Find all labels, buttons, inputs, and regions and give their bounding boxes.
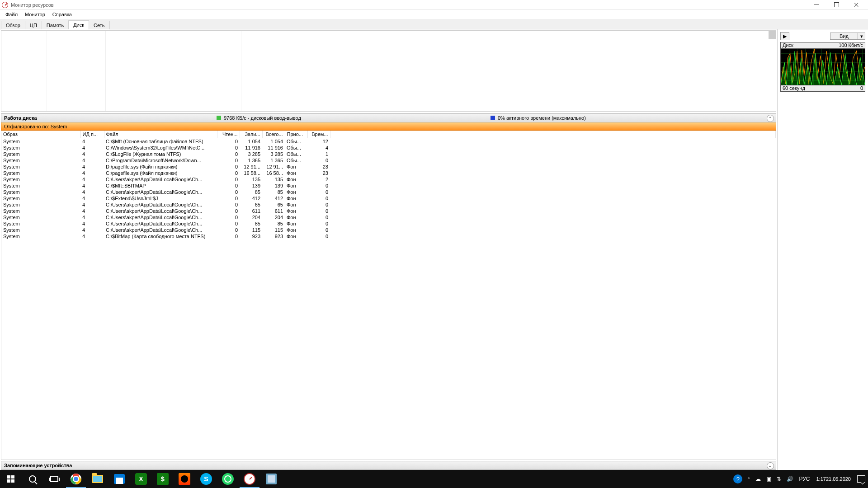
- view-dropdown-button[interactable]: ▾: [858, 33, 865, 40]
- scrollbar-thumb[interactable]: [769, 31, 776, 39]
- taskbar-app-aida[interactable]: [174, 470, 195, 488]
- cell-write: 3 285: [240, 151, 262, 157]
- menu-help[interactable]: Справка: [49, 11, 75, 18]
- taskbar-app-xbox[interactable]: X: [130, 470, 152, 488]
- cell-time: 0: [307, 157, 330, 164]
- menu-monitor[interactable]: Монитор: [21, 11, 49, 18]
- expand-pane-button[interactable]: ▶: [780, 32, 789, 40]
- volume-icon[interactable]: 🔊: [784, 470, 796, 488]
- tray-overflow-button[interactable]: ˄: [745, 470, 753, 488]
- cell-prio: Обы...: [285, 151, 307, 157]
- cell-image: System: [1, 164, 80, 170]
- tab-memory[interactable]: Память: [42, 21, 69, 29]
- action-center-button[interactable]: [854, 470, 868, 488]
- search-button[interactable]: [22, 470, 43, 488]
- table-row[interactable]: System4C:\Users\akper\AppData\Local\Goog…: [1, 221, 776, 227]
- cell-total: 139: [262, 183, 285, 189]
- cell-write: 1 365: [240, 157, 262, 164]
- taskbar-app-money[interactable]: $: [152, 470, 174, 488]
- col-read[interactable]: Чтен...: [217, 131, 240, 138]
- cell-pid: 4: [80, 176, 104, 183]
- table-row[interactable]: System4C:\$LogFile (Журнал тома NTFS)03 …: [1, 151, 776, 157]
- taskbar-app-regedit[interactable]: [260, 470, 282, 488]
- col-prio[interactable]: Прио...: [285, 131, 307, 138]
- cell-prio: Фон: [285, 221, 307, 227]
- table-row[interactable]: System4C:\Users\akper\AppData\Local\Goog…: [1, 214, 776, 221]
- cell-read: 0: [217, 202, 240, 208]
- taskbar-app-whatsapp[interactable]: [217, 470, 239, 488]
- cell-write: 11 916: [240, 145, 262, 151]
- cell-prio: Фон: [285, 164, 307, 170]
- taskbar-app-chrome[interactable]: [65, 470, 87, 488]
- help-button[interactable]: ?: [731, 470, 745, 488]
- cell-write: 1 054: [240, 138, 262, 145]
- cell-read: 0: [217, 157, 240, 164]
- table-row[interactable]: System4C:\$BitMap (Карта свободного мест…: [1, 233, 776, 239]
- table-row[interactable]: System4C:\$Extend\$UsnJrnl:$J0412412Фон0: [1, 195, 776, 202]
- table-row[interactable]: System4D:\pagefile.sys (Файл подкачки)01…: [1, 164, 776, 170]
- tab-overview[interactable]: Обзор: [1, 21, 25, 29]
- col-pid[interactable]: ИД п...: [80, 131, 104, 138]
- collapse-button[interactable]: ⌃: [767, 115, 774, 122]
- start-button[interactable]: [0, 470, 22, 488]
- table-row[interactable]: System4C:\Users\akper\AppData\Local\Goog…: [1, 202, 776, 208]
- col-image[interactable]: Образ: [1, 131, 80, 138]
- tab-disk[interactable]: Диск: [68, 20, 89, 29]
- onedrive-icon[interactable]: ☁: [753, 470, 764, 488]
- table-row[interactable]: System4C:\Windows\System32\LogFiles\WMI\…: [1, 145, 776, 151]
- cell-total: 16 58...: [262, 170, 285, 176]
- task-view-button[interactable]: [43, 470, 65, 488]
- cell-image: System: [1, 214, 80, 221]
- cell-time: 0: [307, 227, 330, 233]
- minimize-button[interactable]: [807, 0, 826, 10]
- col-total[interactable]: Всего...: [262, 131, 285, 138]
- network-icon[interactable]: ⇅: [774, 470, 784, 488]
- cell-read: 0: [217, 233, 240, 239]
- tab-network[interactable]: Сеть: [89, 21, 109, 29]
- cell-prio: Фон: [285, 183, 307, 189]
- window-title: Монитор ресурсов: [11, 2, 54, 8]
- cell-image: System: [1, 183, 80, 189]
- table-row[interactable]: System4C:\Users\akper\AppData\Local\Goog…: [1, 176, 776, 183]
- table-row[interactable]: System4C:\Users\akper\AppData\Local\Goog…: [1, 208, 776, 214]
- table-row[interactable]: System4C:\$Mft (Основная таблица файлов …: [1, 138, 776, 145]
- taskbar-app-skype[interactable]: S: [195, 470, 217, 488]
- menu-file[interactable]: Файл: [2, 11, 21, 18]
- expand-button[interactable]: ⌄: [767, 462, 774, 469]
- cell-file: C:\$Mft (Основная таблица файлов NTFS): [104, 138, 217, 145]
- table-row[interactable]: System4C:\ProgramData\Microsoft\Network\…: [1, 157, 776, 164]
- col-write[interactable]: Запи...: [240, 131, 262, 138]
- cell-time: 23: [307, 164, 330, 170]
- cell-pid: 4: [80, 214, 104, 221]
- taskbar-app-resmon[interactable]: [239, 470, 260, 488]
- language-indicator[interactable]: РУС: [796, 470, 812, 488]
- app-icon: [2, 2, 8, 8]
- close-button[interactable]: [846, 0, 866, 10]
- table-row[interactable]: System4C:\Users\akper\AppData\Local\Goog…: [1, 189, 776, 195]
- disk-activity-header[interactable]: Работа диска 9768 КБ/с - дисковый ввод-в…: [1, 113, 776, 122]
- cell-pid: 4: [80, 221, 104, 227]
- title-bar: Монитор ресурсов: [0, 0, 868, 10]
- storage-header[interactable]: Запоминающие устройства ⌄: [1, 461, 776, 470]
- cell-read: 0: [217, 189, 240, 195]
- maximize-button[interactable]: [826, 0, 846, 10]
- taskbar: X $ S ? ˄ ☁ ▣ ⇅ 🔊 РУС 1:17 21.05.2020: [0, 470, 868, 488]
- cell-image: System: [1, 202, 80, 208]
- table-row[interactable]: System4C:\$Mft::$BITMAP0139139Фон0: [1, 183, 776, 189]
- taskbar-app-explorer[interactable]: [87, 470, 108, 488]
- disk-throughput-label: 9768 КБ/с - дисковый ввод-вывод: [224, 115, 491, 121]
- cell-pid: 4: [80, 208, 104, 214]
- cell-read: 0: [217, 138, 240, 145]
- cell-pid: 4: [80, 202, 104, 208]
- battery-icon[interactable]: ▣: [764, 470, 774, 488]
- col-time[interactable]: Врем...: [307, 131, 330, 138]
- blue-indicator-icon: [491, 116, 495, 120]
- taskbar-app-store[interactable]: [108, 470, 130, 488]
- col-file[interactable]: Файл: [104, 131, 217, 138]
- cell-write: 204: [240, 214, 262, 221]
- tab-cpu[interactable]: ЦП: [25, 21, 42, 29]
- table-row[interactable]: System4C:\Users\akper\AppData\Local\Goog…: [1, 227, 776, 233]
- clock[interactable]: 1:17 21.05.2020: [813, 470, 854, 488]
- view-button[interactable]: Вид: [830, 33, 858, 40]
- table-row[interactable]: System4C:\pagefile.sys (Файл подкачки)01…: [1, 170, 776, 176]
